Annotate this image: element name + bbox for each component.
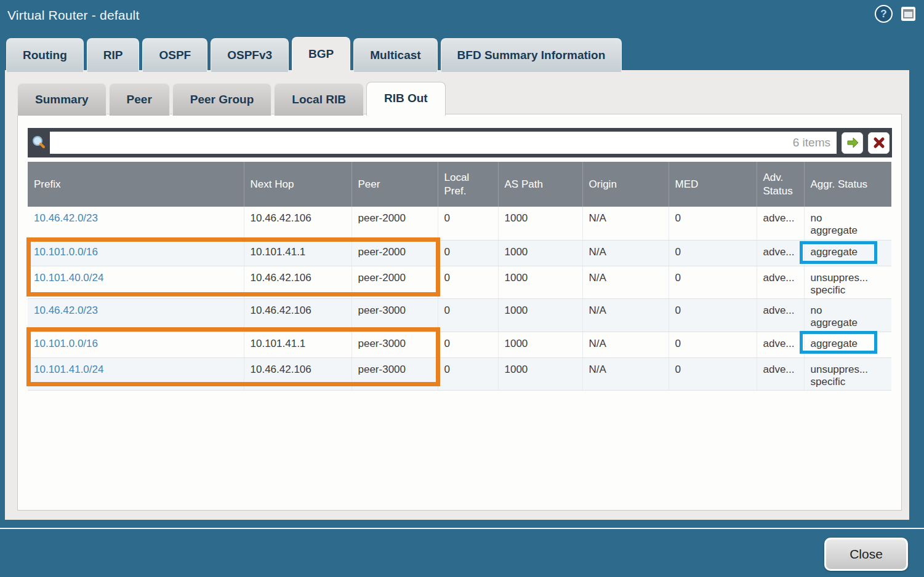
cell-med: 0 [669, 298, 757, 332]
red-x-icon [873, 137, 885, 149]
cell-peer: peer-3000 [352, 332, 438, 357]
titlebar-icons: ? [875, 5, 915, 23]
cell-as-path: 1000 [498, 240, 582, 266]
tab-bgp[interactable]: BGP [292, 37, 350, 72]
tab-routing[interactable]: Routing [6, 38, 84, 72]
cell-adv-status: adve... [757, 240, 804, 266]
cell-prefix: 10.101.0.0/16 [28, 332, 244, 357]
cell-next-hop: 10.46.42.106 [244, 207, 352, 240]
apply-filter-button[interactable] [842, 132, 863, 154]
clear-filter-button[interactable] [868, 132, 890, 154]
table-header-row: PrefixNext HopPeerLocal Pref.AS PathOrig… [28, 162, 891, 207]
tab-ospfv3[interactable]: OSPFv3 [211, 38, 289, 72]
cell-prefix: 10.101.0.0/16 [28, 240, 244, 266]
search-field: 6 items [50, 132, 837, 154]
cell-origin: N/A [582, 332, 669, 357]
cell-next-hop: 10.101.41.1 [244, 240, 352, 266]
cell-med: 0 [669, 207, 757, 240]
table-row[interactable]: 10.46.42.0/2310.46.42.106peer-300001000N… [28, 298, 891, 332]
tab-rip[interactable]: RIP [87, 38, 140, 72]
cell-adv-status: adve... [757, 332, 804, 357]
cell-adv-status: adve... [757, 266, 804, 298]
close-button[interactable]: Close [824, 538, 908, 571]
table-row[interactable]: 10.46.42.0/2310.46.42.106peer-200001000N… [28, 207, 891, 240]
rib-out-panel: 6 items [17, 114, 902, 511]
rib-out-table: PrefixNext HopPeerLocal Pref.AS PathOrig… [28, 162, 891, 391]
cell-prefix: 10.101.41.0/24 [28, 357, 244, 390]
filter-toolbar: 6 items [28, 128, 892, 157]
cell-prefix: 10.46.42.0/23 [28, 298, 244, 332]
cell-next-hop: 10.46.42.106 [244, 266, 352, 298]
cell-peer: peer-2000 [352, 240, 438, 266]
table-body: 10.46.42.0/2310.46.42.106peer-200001000N… [28, 207, 891, 390]
table-row[interactable]: 10.101.0.0/1610.101.41.1peer-200001000N/… [28, 240, 891, 266]
search-input[interactable] [50, 132, 793, 154]
cell-peer: peer-3000 [352, 298, 438, 332]
col-aggr-status[interactable]: Aggr. Status [804, 162, 891, 207]
cell-origin: N/A [582, 207, 669, 240]
cell-peer: peer-2000 [352, 207, 438, 240]
cell-aggr-status: unsuppres... specific [804, 266, 891, 298]
bgp-panel: SummaryPeerPeer GroupLocal RIBRIB Out 6 … [5, 70, 909, 520]
help-icon[interactable]: ? [875, 5, 893, 23]
cell-as-path: 1000 [498, 332, 582, 357]
tab-multicast[interactable]: Multicast [353, 38, 437, 72]
cell-origin: N/A [582, 298, 669, 332]
search-icon [28, 135, 50, 151]
cell-as-path: 1000 [498, 298, 582, 332]
col-next-hop[interactable]: Next Hop [244, 162, 352, 207]
cell-local-pref: 0 [438, 332, 498, 357]
subtab-peer[interactable]: Peer [109, 83, 170, 116]
green-arrow-icon [846, 136, 859, 149]
cell-next-hop: 10.101.41.1 [244, 332, 352, 357]
cell-aggr-status: aggregate [804, 332, 891, 357]
cell-local-pref: 0 [438, 266, 498, 298]
cell-as-path: 1000 [498, 207, 582, 240]
tab-bfd-summary-information[interactable]: BFD Summary Information [441, 38, 622, 72]
col-local-pref[interactable]: Local Pref. [438, 162, 498, 207]
cell-adv-status: adve... [757, 357, 804, 390]
titlebar: Virtual Router - default ? [0, 0, 924, 36]
cell-aggr-status: aggregate [804, 240, 891, 266]
subtab-rib-out[interactable]: RIB Out [366, 82, 446, 116]
cell-next-hop: 10.46.42.106 [244, 298, 352, 332]
cell-adv-status: adve... [757, 298, 804, 332]
main-tabs: RoutingRIPOSPFOSPFv3BGPMulticastBFD Summ… [6, 37, 622, 72]
cell-med: 0 [669, 357, 757, 390]
cell-med: 0 [669, 240, 757, 266]
cell-peer: peer-2000 [352, 266, 438, 298]
cell-prefix: 10.101.40.0/24 [28, 266, 244, 298]
cell-as-path: 1000 [498, 266, 582, 298]
table-row[interactable]: 10.101.0.0/1610.101.41.1peer-300001000N/… [28, 332, 891, 357]
col-adv-status[interactable]: Adv. Status [757, 162, 804, 207]
cell-adv-status: adve... [757, 207, 804, 240]
cell-prefix: 10.46.42.0/23 [28, 207, 244, 240]
col-med[interactable]: MED [669, 162, 757, 207]
items-count: 6 items [793, 136, 830, 149]
cell-origin: N/A [582, 357, 669, 390]
col-prefix[interactable]: Prefix [28, 162, 244, 207]
cell-local-pref: 0 [438, 357, 498, 390]
window-icon[interactable] [901, 7, 915, 21]
col-peer[interactable]: Peer [352, 162, 438, 207]
cell-aggr-status: no aggregate [804, 207, 891, 240]
sub-tabs: SummaryPeerPeer GroupLocal RIBRIB Out [17, 82, 446, 116]
subtab-local-rib[interactable]: Local RIB [274, 83, 364, 116]
cell-local-pref: 0 [438, 240, 498, 266]
col-as-path[interactable]: AS Path [498, 162, 582, 207]
subtab-summary[interactable]: Summary [17, 83, 106, 116]
subtab-peer-group[interactable]: Peer Group [172, 83, 271, 116]
table-row[interactable]: 10.101.41.0/2410.46.42.106peer-300001000… [28, 357, 891, 390]
tab-ospf[interactable]: OSPF [142, 38, 207, 72]
cell-aggr-status: no aggregate [804, 298, 891, 332]
cell-as-path: 1000 [498, 357, 582, 390]
cell-peer: peer-3000 [352, 357, 438, 390]
cell-origin: N/A [582, 240, 669, 266]
cell-aggr-status: unsuppres... specific [804, 357, 891, 390]
table-row[interactable]: 10.101.40.0/2410.46.42.106peer-200001000… [28, 266, 891, 298]
cell-local-pref: 0 [438, 207, 498, 240]
cell-med: 0 [669, 266, 757, 298]
col-origin[interactable]: Origin [582, 162, 669, 207]
dialog-title: Virtual Router - default [7, 8, 140, 23]
cell-local-pref: 0 [438, 298, 498, 332]
